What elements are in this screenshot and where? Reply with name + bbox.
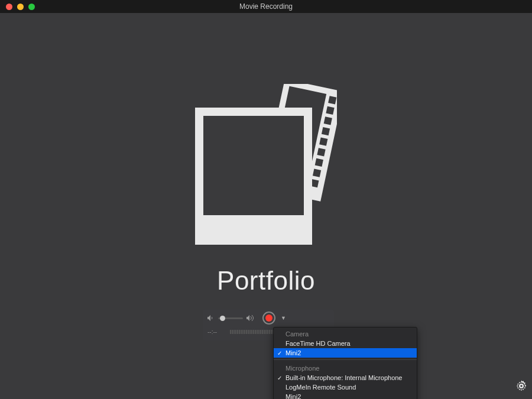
window-title: Movie Recording xyxy=(239,2,293,11)
check-icon: ✓ xyxy=(277,350,282,356)
minimize-button[interactable] xyxy=(17,4,24,10)
menu-item-label: Mini2 xyxy=(286,349,301,356)
placeholder-title: Portfolio xyxy=(217,266,315,296)
svg-rect-7 xyxy=(317,148,325,156)
options-chevron-down-icon[interactable]: ▼ xyxy=(281,315,286,321)
svg-rect-5 xyxy=(322,127,330,135)
camera-option-facetime[interactable]: FaceTime HD Camera xyxy=(274,339,417,348)
settings-gear-icon[interactable] xyxy=(515,380,527,394)
svg-rect-3 xyxy=(326,106,334,115)
volume-slider[interactable] xyxy=(218,317,243,319)
record-dot-icon xyxy=(265,314,273,322)
controls-top-row: ▼ xyxy=(203,310,334,326)
mic-option-builtin[interactable]: ✓ Built-in Microphone: Internal Micropho… xyxy=(274,373,417,382)
menu-item-label: FaceTime HD Camera xyxy=(286,340,351,347)
check-icon: ✓ xyxy=(277,375,282,381)
svg-rect-2 xyxy=(328,96,336,104)
menu-item-label: Built-in Microphone: Internal Microphone xyxy=(286,374,403,381)
menu-divider xyxy=(274,359,417,360)
volume-high-icon xyxy=(246,315,255,321)
camera-section-header: Camera xyxy=(274,327,417,339)
content-area: Portfolio xyxy=(0,13,532,399)
traffic-lights xyxy=(0,4,35,10)
microphone-section-header: Microphone xyxy=(274,362,417,373)
svg-rect-6 xyxy=(319,138,327,146)
menu-item-label: Mini2 xyxy=(286,393,301,399)
placeholder-graphic xyxy=(195,84,337,252)
close-button[interactable] xyxy=(6,4,12,10)
camera-option-mini2[interactable]: ✓ Mini2 xyxy=(274,348,417,358)
mic-option-mini2[interactable]: Mini2 xyxy=(274,392,417,399)
record-button[interactable] xyxy=(262,312,275,325)
input-source-menu: Camera FaceTime HD Camera ✓ Mini2 Microp… xyxy=(273,327,417,399)
maximize-button[interactable] xyxy=(28,4,35,10)
mic-option-logmein[interactable]: LogMeIn Remote Sound xyxy=(274,382,417,392)
timecode-label: --:-- xyxy=(207,329,224,335)
svg-rect-4 xyxy=(324,116,332,125)
volume-low-icon xyxy=(207,315,215,321)
svg-rect-12 xyxy=(203,116,304,215)
svg-rect-9 xyxy=(313,168,321,177)
menu-item-label: LogMeIn Remote Sound xyxy=(286,384,356,391)
titlebar[interactable]: Movie Recording xyxy=(0,0,532,13)
svg-rect-8 xyxy=(315,158,323,167)
